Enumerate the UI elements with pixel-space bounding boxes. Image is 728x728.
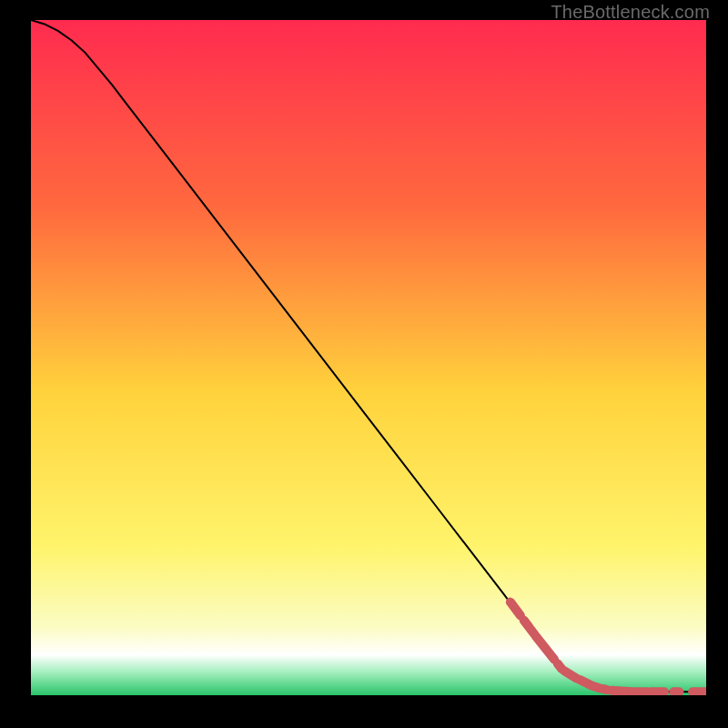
marker-segment bbox=[612, 691, 629, 692]
marker-segment bbox=[564, 671, 576, 678]
plot-area bbox=[31, 20, 706, 695]
chart-stage: TheBottleneck.com bbox=[0, 0, 728, 728]
marker-segment bbox=[602, 689, 606, 690]
marker-segment bbox=[580, 680, 592, 685]
chart-svg bbox=[31, 20, 706, 695]
gradient-background bbox=[31, 20, 706, 695]
